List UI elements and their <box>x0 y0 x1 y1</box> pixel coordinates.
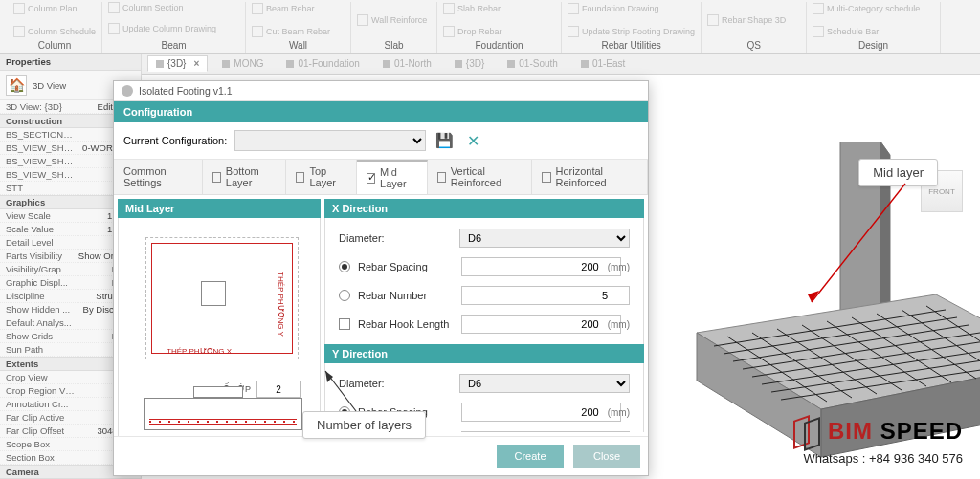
create-button[interactable]: Create <box>497 445 564 468</box>
configuration-header: Configuration <box>114 101 648 122</box>
logo-icon <box>793 418 820 445</box>
x-hook-checkbox[interactable] <box>339 318 350 330</box>
ribbon-group-wall: Wall <box>252 38 345 53</box>
x-direction-header: X Direction <box>324 199 644 218</box>
view-tab[interactable]: {3D} <box>446 55 493 72</box>
ribbon-group-column: Column <box>13 38 96 53</box>
ribbon: Column PlanColumn Schedule Column Column… <box>0 0 980 54</box>
x-spacing-radio[interactable] <box>339 261 350 272</box>
x-diameter-select[interactable]: D6 <box>459 229 630 248</box>
dialog-tab[interactable]: Mid Layer <box>357 160 428 194</box>
close-button[interactable]: Close <box>573 445 640 468</box>
dialog-tab[interactable]: Horizontal Reinforced <box>532 160 648 194</box>
view-tab[interactable]: 01-South <box>499 55 567 72</box>
view-tab[interactable]: {3D}× <box>147 55 208 72</box>
dialog-tabs: Common SettingsBottom LayerTop LayerMid … <box>114 160 648 195</box>
dialog-tab[interactable]: Common Settings <box>114 160 203 194</box>
callout-mid-layer: Mid layer <box>858 159 938 186</box>
layers-input[interactable] <box>256 381 301 398</box>
x-diameter-label: Diameter: <box>339 232 452 244</box>
tab-checkbox[interactable] <box>542 172 550 183</box>
contact-text: Whatsaps : +84 936 340 576 <box>803 451 963 466</box>
tab-checkbox[interactable] <box>437 172 446 183</box>
ribbon-group-rebar: Rebar Utilities <box>568 38 695 53</box>
ribbon-group-beam: Beam <box>108 38 239 53</box>
ribbon-group-qs: QS <box>707 38 800 53</box>
view-tab[interactable]: 01-Foundation <box>278 55 368 72</box>
x-hook-input[interactable] <box>461 315 621 334</box>
view-tab[interactable]: 01-East <box>572 55 634 72</box>
brand-logo: BIM SPEED <box>793 418 963 445</box>
mid-layer-header: Mid Layer <box>118 199 321 218</box>
ribbon-group-design: Design <box>813 38 934 53</box>
y-direction-header: Y Direction <box>324 344 644 363</box>
y-number-input[interactable] <box>461 431 630 432</box>
ribbon-group-slab: Slab <box>357 38 431 53</box>
y-diameter-select[interactable]: D6 <box>459 374 630 393</box>
configuration-select[interactable] <box>234 130 426 151</box>
y-diameter-label: Diameter: <box>339 378 452 389</box>
x-spacing-input[interactable] <box>461 257 621 276</box>
tab-checkbox[interactable] <box>367 173 375 184</box>
dialog-tab[interactable]: Top Layer <box>286 160 357 194</box>
x-number-radio[interactable] <box>339 290 350 301</box>
x-number-input[interactable] <box>461 286 630 305</box>
tab-checkbox[interactable] <box>212 172 221 183</box>
dialog-tab[interactable]: Vertical Reinforced <box>428 160 533 194</box>
view-tab[interactable]: 01-North <box>374 55 440 72</box>
ribbon-group-foundation: Foudantion <box>443 38 555 53</box>
configuration-label: Current Configuration: <box>123 135 227 146</box>
home-icon: 🏠 <box>6 75 27 96</box>
callout-number-of-layers: Number of layers <box>302 411 426 439</box>
y-spacing-input[interactable] <box>461 403 621 422</box>
delete-config-button[interactable]: ✕ <box>462 130 483 151</box>
dialog-title: Isolated Footing v1.1 <box>114 81 648 101</box>
save-config-button[interactable]: 💾 <box>434 130 455 151</box>
mid-layer-drawing: THÉP PHƯƠNG X THÉP PHƯƠNG Y SỐ LỚP <box>118 218 321 436</box>
tab-checkbox[interactable] <box>296 172 304 183</box>
view-tabs: {3D}×MONG01-Foundation01-North{3D}01-Sou… <box>142 54 980 75</box>
properties-header: Properties <box>0 54 141 71</box>
view-tab[interactable]: MONG <box>213 55 272 72</box>
close-tab-icon[interactable]: × <box>193 58 199 69</box>
dialog-tab[interactable]: Bottom Layer <box>203 160 287 194</box>
dialog-icon <box>122 85 133 97</box>
